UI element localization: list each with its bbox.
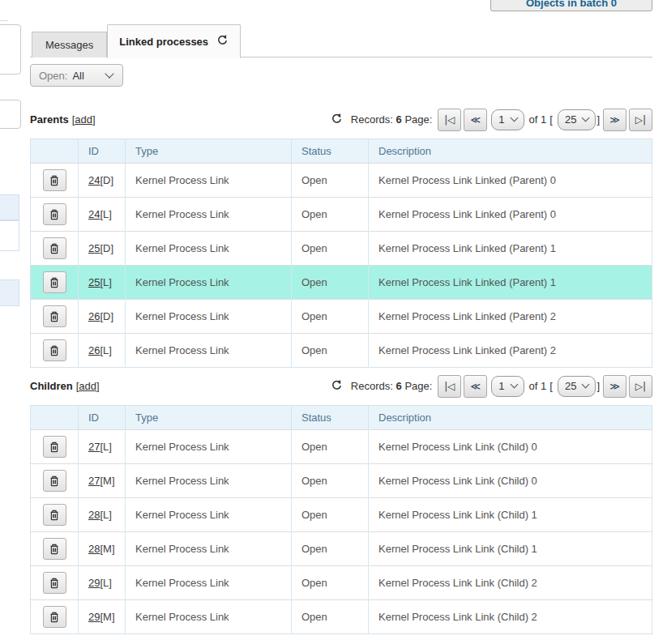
id-link[interactable]: 24: [88, 208, 100, 220]
page-size-value: 25: [565, 380, 576, 392]
open-filter-select[interactable]: Open: All: [30, 64, 123, 87]
trash-icon: [49, 543, 60, 555]
last-page-button[interactable]: ▷|: [629, 109, 652, 131]
table-row: 29[L] Kernel Process Link Open Kernel Pr…: [31, 566, 652, 600]
chevron-down-icon: [582, 381, 590, 389]
parents-add-link[interactable]: add: [75, 113, 92, 126]
type-cell: Kernel Process Link: [126, 566, 292, 600]
delete-button[interactable]: [43, 538, 66, 560]
delete-button[interactable]: [43, 436, 66, 458]
delete-column-header: [31, 139, 79, 164]
id-link[interactable]: 26: [88, 344, 100, 356]
type-cell: Kernel Process Link: [126, 266, 292, 300]
children-add-link[interactable]: add: [79, 380, 96, 392]
id-suffix: [M]: [100, 543, 114, 555]
trash-icon: [49, 475, 60, 487]
tab-content: Open: All Parents[add] Records: 6 Page: …: [30, 64, 652, 634]
id-link[interactable]: 26: [88, 310, 100, 322]
next-page-button[interactable]: ≫: [603, 375, 626, 398]
status-cell: Open: [292, 600, 369, 634]
description-cell: Kernel Process Link Linked (Parent) 2: [369, 334, 652, 368]
id-link[interactable]: 24: [88, 174, 100, 186]
refresh-button[interactable]: [331, 379, 343, 394]
id-link[interactable]: 29: [88, 611, 100, 623]
refresh-icon: [331, 379, 343, 391]
tab-refresh-icon[interactable]: [216, 34, 229, 49]
page-number-value: 1: [498, 380, 504, 392]
first-page-button[interactable]: |◁: [438, 109, 461, 131]
prev-page-button[interactable]: ≪: [464, 109, 487, 131]
page-number-select[interactable]: 1: [491, 376, 524, 397]
status-cell: Open: [292, 266, 369, 300]
tab-linked-processes[interactable]: Linked processes: [107, 24, 241, 58]
id-column-header: ID: [79, 139, 126, 164]
id-suffix: [M]: [100, 611, 114, 623]
description-cell: Kernel Process Link Linked (Parent) 1: [369, 232, 652, 266]
type-cell: Kernel Process Link: [126, 532, 292, 566]
delete-button[interactable]: [43, 572, 66, 594]
status-cell: Open: [292, 232, 369, 266]
id-suffix: [D]: [100, 242, 113, 254]
prev-page-button[interactable]: ≪: [464, 375, 487, 398]
delete-button[interactable]: [43, 470, 66, 492]
page-number-select[interactable]: 1: [491, 109, 524, 130]
trash-icon: [49, 611, 60, 623]
status-column-header: Status: [292, 406, 369, 430]
objects-in-batch-button[interactable]: Objects in batch 0: [490, 0, 652, 11]
delete-button[interactable]: [43, 606, 66, 628]
tab-messages[interactable]: Messages: [32, 32, 107, 58]
trash-icon: [49, 174, 60, 186]
children-title: Children[add]: [30, 380, 100, 392]
last-page-button[interactable]: ▷|: [629, 375, 652, 398]
delete-button[interactable]: [43, 169, 66, 191]
id-link[interactable]: 28: [88, 509, 100, 521]
next-page-button[interactable]: ≫: [603, 109, 626, 131]
refresh-button[interactable]: [331, 113, 343, 127]
status-cell: Open: [292, 566, 369, 600]
refresh-icon: [216, 34, 229, 46]
page-number-value: 1: [498, 113, 504, 126]
description-cell: Kernel Process Link Link (Child) 0: [369, 430, 652, 464]
status-cell: Open: [292, 164, 369, 198]
page-size-select[interactable]: 25: [558, 376, 596, 397]
type-cell: Kernel Process Link: [126, 498, 292, 532]
trash-icon: [49, 208, 60, 220]
id-link[interactable]: 27: [88, 475, 100, 487]
table-header-row: ID Type Status Description: [31, 406, 652, 430]
bracket-open: [: [549, 113, 553, 126]
id-link[interactable]: 28: [88, 543, 100, 555]
chevron-down-icon: [105, 69, 113, 78]
open-filter-value: All: [72, 70, 83, 82]
status-cell: Open: [292, 498, 369, 532]
id-column-header: ID: [79, 406, 126, 430]
id-suffix: [L]: [100, 509, 111, 521]
refresh-icon-slot: [331, 379, 343, 394]
table-row: 24[D] Kernel Process Link Open Kernel Pr…: [31, 164, 652, 198]
id-link[interactable]: 25: [88, 242, 100, 254]
page-size-select[interactable]: 25: [558, 109, 596, 130]
table-row: 26[D] Kernel Process Link Open Kernel Pr…: [31, 300, 652, 334]
children-pager: Records: 6 Page: |◁ ≪ 1 of 1 [ 25 ] ≫ ▷|: [331, 375, 652, 398]
trash-icon: [49, 344, 60, 356]
id-link[interactable]: 27: [88, 441, 100, 453]
table-row-highlighted: 25[L] Kernel Process Link Open Kernel Pr…: [31, 266, 652, 300]
delete-button[interactable]: [43, 271, 66, 293]
description-cell: Kernel Process Link Linked (Parent) 2: [369, 300, 652, 334]
bracket-close: ]: [596, 380, 600, 392]
trash-icon: [49, 509, 60, 521]
delete-button[interactable]: [43, 339, 66, 361]
objects-in-batch-label: Objects in batch 0: [526, 0, 617, 9]
table-row: 27[M] Kernel Process Link Open Kernel Pr…: [31, 464, 652, 498]
id-suffix: [L]: [100, 577, 111, 589]
type-column-header: Type: [126, 406, 292, 430]
delete-button[interactable]: [43, 203, 66, 225]
id-link[interactable]: 25: [88, 276, 100, 288]
delete-button[interactable]: [43, 237, 66, 259]
left-cutoff-cell: [0, 279, 19, 306]
delete-button[interactable]: [43, 504, 66, 526]
delete-button[interactable]: [43, 305, 66, 327]
first-page-button[interactable]: |◁: [438, 375, 461, 398]
id-link[interactable]: 29: [88, 577, 100, 589]
id-suffix: [L]: [100, 276, 111, 288]
type-cell: Kernel Process Link: [126, 600, 292, 634]
